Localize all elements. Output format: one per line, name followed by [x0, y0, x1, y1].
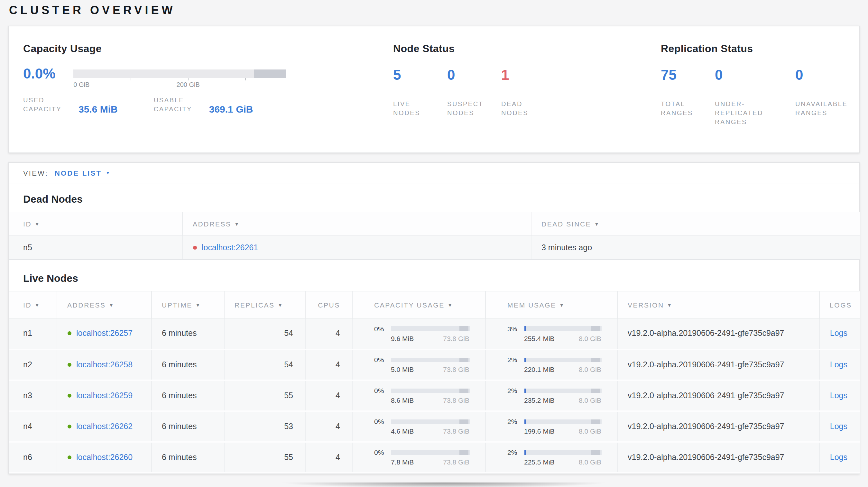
- node-address-cell: localhost:26257: [57, 318, 151, 349]
- column-header-replicas[interactable]: REPLICAS▼: [224, 291, 305, 318]
- live-status-dot-icon: [67, 362, 71, 366]
- capacity-percent: 0%: [374, 448, 391, 456]
- node-address-cell: localhost:26260: [57, 442, 151, 473]
- total-ranges-stat: 75 TOTAL RANGES: [661, 66, 715, 127]
- node-id-cell: n1: [9, 318, 57, 349]
- capacity-bar-track: [73, 69, 286, 78]
- dead-nodes-stat: 1 DEAD NODES: [501, 66, 555, 118]
- capacity-used: 7.8 MiB: [391, 458, 414, 466]
- column-header-version[interactable]: VERSION▼: [617, 291, 819, 318]
- column-header-id[interactable]: ID▼: [9, 291, 57, 318]
- mem-bar-fill: [524, 450, 526, 455]
- sort-arrow-icon: ▼: [35, 222, 40, 226]
- column-label: DEAD SINCE: [541, 220, 591, 227]
- view-dropdown-value: NODE LIST: [55, 169, 102, 176]
- logs-link[interactable]: Logs: [830, 391, 847, 400]
- used-capacity-label: USED CAPACITY: [23, 96, 68, 114]
- mem-usage-cell: 2% 199.6 MiB8.0 GiB: [485, 411, 617, 442]
- live-nodes-heading: Live Nodes: [23, 273, 859, 284]
- node-id-cell: n2: [9, 349, 57, 380]
- axis-label-start: 0 GiB: [73, 81, 89, 88]
- sort-arrow-icon: ▼: [559, 303, 565, 307]
- logs-cell: Logs: [819, 318, 860, 349]
- node-list-card: VIEW: NODE LIST ▼ Dead Nodes ID▼ ADDRESS…: [8, 162, 860, 474]
- mem-used: 199.6 MiB: [524, 427, 555, 435]
- live-nodes-table-body: n1 localhost:26257 6 minutes 54 4 0% 9.6…: [9, 318, 860, 473]
- mem-usage-cell: 3% 255.4 MiB8.0 GiB: [485, 318, 617, 349]
- suspect-nodes-stat: 0 SUSPECT NODES: [447, 66, 501, 118]
- node-address-link[interactable]: localhost:26262: [76, 422, 132, 431]
- node-address-link[interactable]: localhost:26261: [202, 243, 258, 252]
- node-address-link[interactable]: localhost:26260: [76, 453, 132, 462]
- mem-usage-cell: 2% 225.5 MiB8.0 GiB: [485, 442, 617, 473]
- replicas-cell: 54: [224, 318, 305, 349]
- unavailable-ranges-label: UNAVAILABLE RANGES: [795, 100, 849, 118]
- uptime-cell: 6 minutes: [151, 442, 224, 473]
- column-label: ADDRESS: [67, 301, 106, 309]
- mem-bar: [524, 450, 601, 455]
- capacity-total: 73.8 GiB: [443, 365, 469, 373]
- logs-link[interactable]: Logs: [830, 453, 847, 462]
- column-header-mem-usage[interactable]: MEM USAGE▼: [485, 291, 617, 318]
- table-row: n2 localhost:26258 6 minutes 54 4 0% 5.0…: [9, 349, 860, 380]
- column-header-uptime[interactable]: UPTIME▼: [151, 291, 224, 318]
- axis-tick: [245, 78, 246, 80]
- logs-link[interactable]: Logs: [830, 360, 847, 369]
- mem-bar-fill: [524, 419, 526, 424]
- logs-link[interactable]: Logs: [830, 329, 847, 338]
- capacity-used: 4.6 MiB: [391, 427, 414, 435]
- live-status-dot-icon: [67, 332, 71, 335]
- node-address-link[interactable]: localhost:26259: [76, 391, 132, 400]
- sort-arrow-icon: ▼: [448, 303, 453, 307]
- column-label: ID: [23, 301, 32, 309]
- sort-arrow-icon: ▼: [109, 303, 114, 307]
- suspect-nodes-count: 0: [447, 66, 501, 84]
- suspect-nodes-label: SUSPECT NODES: [447, 100, 492, 118]
- column-header-dead-since[interactable]: DEAD SINCE▼: [531, 212, 860, 235]
- replication-status-title: Replication Status: [661, 43, 849, 55]
- column-header-cpus: CPUS: [305, 291, 352, 318]
- capacity-usage-cell: 0% 8.6 MiB73.8 GiB: [352, 380, 485, 411]
- logs-link[interactable]: Logs: [830, 422, 847, 431]
- live-status-dot-icon: [67, 393, 71, 397]
- dead-nodes-count: 1: [501, 66, 555, 84]
- column-label: UPTIME: [162, 301, 192, 309]
- version-cell: v19.2.0-alpha.20190606-2491-gfe735c9a97: [617, 411, 819, 442]
- mem-used: 225.5 MiB: [524, 458, 555, 466]
- node-address-link[interactable]: localhost:26258: [76, 360, 132, 369]
- axis-tick: [188, 78, 189, 80]
- total-ranges-label: TOTAL RANGES: [661, 100, 715, 118]
- column-label: LOGS: [830, 301, 852, 309]
- capacity-total: 73.8 GiB: [443, 427, 469, 435]
- node-address-cell: localhost:26259: [57, 380, 151, 411]
- cpus-cell: 4: [305, 411, 352, 442]
- used-capacity-stat: USED CAPACITY 35.6 MiB: [23, 96, 118, 114]
- view-selector-bar: VIEW: NODE LIST ▼: [9, 163, 859, 183]
- column-header-logs: LOGS: [819, 291, 860, 318]
- node-address-link[interactable]: localhost:26257: [76, 329, 132, 338]
- header-row: ID▼ ADDRESS▼ UPTIME▼ REPLICAS▼ CPUS CAPA…: [9, 291, 860, 318]
- node-address-cell: localhost:26261: [182, 235, 531, 260]
- sort-arrow-icon: ▼: [278, 303, 283, 307]
- column-header-address[interactable]: ADDRESS▼: [182, 212, 531, 235]
- cpus-cell: 4: [305, 318, 352, 349]
- version-cell: v19.2.0-alpha.20190606-2491-gfe735c9a97: [617, 318, 819, 349]
- view-dropdown[interactable]: NODE LIST ▼: [55, 169, 110, 176]
- cluster-overview-page: CLUSTER OVERVIEW Capacity Usage 0.0% 0 G…: [0, 4, 868, 487]
- column-label: CAPACITY USAGE: [374, 301, 445, 309]
- view-label: VIEW:: [23, 169, 48, 176]
- capacity-usage-section: Capacity Usage 0.0% 0 GiB 200 GiB: [23, 43, 393, 138]
- cpus-cell: 4: [305, 380, 352, 411]
- column-header-capacity-usage[interactable]: CAPACITY USAGE▼: [352, 291, 485, 318]
- mem-percent: 3%: [507, 325, 524, 333]
- mem-percent: 2%: [507, 418, 524, 425]
- dead-nodes-table: ID▼ ADDRESS▼ DEAD SINCE▼ n5: [9, 212, 860, 260]
- dead-nodes-table-body: n5 localhost:26261 3 minutes ago: [9, 235, 860, 260]
- column-header-address[interactable]: ADDRESS▼: [57, 291, 151, 318]
- uptime-cell: 6 minutes: [151, 318, 224, 349]
- mem-percent: 2%: [507, 387, 524, 394]
- capacity-bar: [391, 419, 469, 424]
- live-status-dot-icon: [67, 455, 71, 459]
- column-header-id[interactable]: ID▼: [9, 212, 182, 235]
- mem-used: 220.1 MiB: [524, 365, 555, 373]
